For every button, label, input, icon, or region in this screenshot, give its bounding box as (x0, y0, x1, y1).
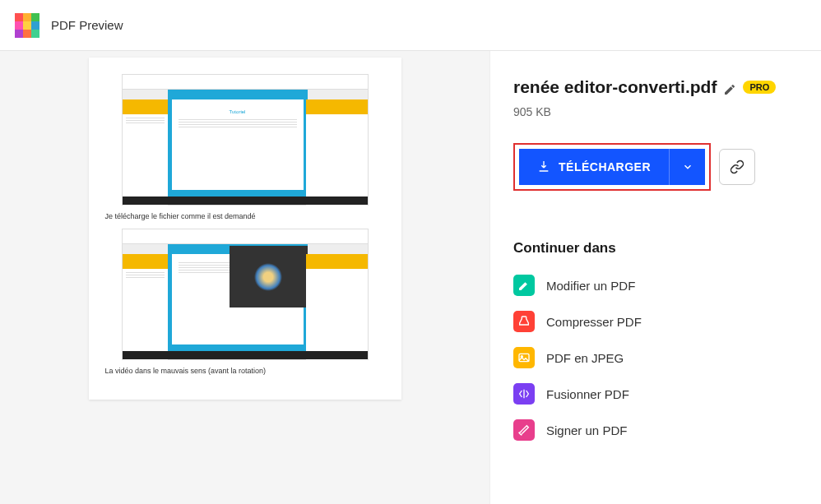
embedded-screenshot (122, 229, 369, 360)
tool-icon (513, 383, 535, 405)
continue-title: Continuer dans (513, 240, 798, 257)
details-sidebar: renée editor-converti.pdf PRO 905 KB TÉL… (489, 51, 821, 504)
video-thumb (230, 246, 308, 307)
chevron-down-icon (682, 161, 693, 173)
file-size: 905 KB (513, 105, 798, 118)
app-logo (15, 13, 39, 38)
edit-name-icon[interactable] (723, 81, 736, 94)
tool-icon (513, 419, 535, 441)
tool-label: Fusionner PDF (546, 387, 629, 401)
file-name-text: renée editor-converti.pdf (513, 77, 717, 97)
tool-icon (513, 347, 535, 368)
tool-icon (513, 311, 535, 332)
download-dropdown[interactable] (669, 149, 705, 185)
tool-label: Modifier un PDF (546, 279, 635, 293)
tool-item[interactable]: Compresser PDF (513, 311, 798, 332)
share-link-button[interactable] (719, 149, 755, 185)
tool-label: Signer un PDF (546, 423, 627, 437)
download-icon (537, 160, 550, 175)
link-icon (730, 160, 744, 174)
pro-badge: PRO (743, 81, 776, 94)
caption-text: Je télécharge le fichier comme il est de… (105, 212, 385, 220)
app-title: PDF Preview (51, 18, 123, 32)
tool-label: PDF en JPEG (546, 351, 624, 365)
download-button[interactable]: TÉLÉCHARGER (519, 149, 705, 185)
file-name: renée editor-converti.pdf PRO (513, 77, 798, 97)
tool-item[interactable]: PDF en JPEG (513, 347, 798, 368)
pdf-preview-pane[interactable]: Tutoriel Je télécharge le fichier comme … (0, 51, 489, 504)
app-header: PDF Preview (0, 0, 821, 51)
tool-icon (513, 275, 535, 296)
tool-item[interactable]: Signer un PDF (513, 419, 798, 441)
download-highlight-box: TÉLÉCHARGER (513, 143, 711, 191)
pdf-page: Tutoriel Je télécharge le fichier comme … (89, 58, 401, 400)
tool-label: Compresser PDF (546, 315, 642, 329)
download-label: TÉLÉCHARGER (559, 160, 651, 173)
continue-section: Continuer dans Modifier un PDFCompresser… (513, 240, 798, 441)
caption-text: La vidéo dans le mauvais sens (avant la … (105, 367, 385, 375)
tool-item[interactable]: Fusionner PDF (513, 383, 798, 405)
tool-item[interactable]: Modifier un PDF (513, 275, 798, 296)
embedded-screenshot: Tutoriel (122, 74, 369, 206)
